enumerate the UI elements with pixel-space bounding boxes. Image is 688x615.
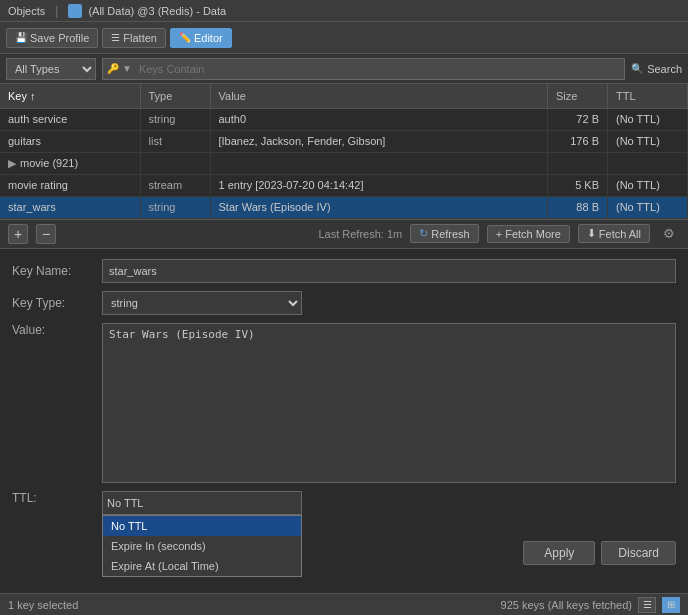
table-cell-value: [Ibanez, Jackson, Fender, Gibson] [210,130,548,152]
tab-objects-label[interactable]: Objects [8,5,45,17]
table-cell-ttl [608,152,688,174]
table-cell-ttl: (No TTL) [608,196,688,218]
table-row[interactable]: movie ratingstream1 entry [2023-07-20 04… [0,174,688,196]
value-label: Value: [12,323,102,337]
view-list-button[interactable]: ☰ [638,597,656,613]
refresh-button[interactable]: ↻ Refresh [410,224,479,243]
table-cell-key: guitars [0,130,140,152]
table-cell-size: 72 B [548,108,608,130]
table-cell-type: list [140,130,210,152]
data-table: Key ↑ Type Value Size TTL auth servicest… [0,84,688,219]
search-label[interactable]: Search [647,63,682,75]
filter-bar: All Types string list hash set zset stre… [0,54,688,84]
search-icon: 🔍 [631,63,643,74]
discard-button[interactable]: Discard [601,541,676,565]
refresh-icon: ↻ [419,227,428,240]
gear-icon: ⚙ [663,226,675,241]
table-cell-key: auth service [0,108,140,130]
col-header-key[interactable]: Key ↑ [0,84,140,108]
filter-key-icon: 🔑 [107,63,119,74]
type-filter-select[interactable]: All Types string list hash set zset stre… [6,58,96,80]
table-cell-ttl: (No TTL) [608,130,688,152]
grid-view-icon: ⊞ [667,599,675,610]
ttl-option-expire-at[interactable]: Expire At (Local Time) [103,556,301,576]
col-header-type[interactable]: Type [140,84,210,108]
keys-contain-input[interactable] [139,63,620,75]
ttl-row: TTL: No TTL Expire In (seconds) Expire A… [12,491,676,515]
table-cell-key: star_wars [0,196,140,218]
save-icon: 💾 [15,32,27,43]
search-wrap: 🔍 Search [631,63,682,75]
col-header-ttl[interactable]: TTL [608,84,688,108]
col-header-value[interactable]: Value [210,84,548,108]
table-cell-key: movie rating [0,174,140,196]
table-cell-type: stream [140,174,210,196]
expand-arrow-icon: ▶ [8,157,16,169]
table-cell-value: auth0 [210,108,548,130]
fetch-more-button[interactable]: + Fetch More [487,225,570,243]
ttl-dropdown-list: No TTL Expire In (seconds) Expire At (Lo… [102,515,302,577]
status-right-text: 925 keys (All keys fetched) [501,599,632,611]
status-right: 925 keys (All keys fetched) ☰ ⊞ [501,597,680,613]
title-bar: Objects | (All Data) @3 (Redis) - Data [0,0,688,22]
last-refresh-label: Last Refresh: 1m [318,228,402,240]
table-cell-type: string [140,108,210,130]
apply-button[interactable]: Apply [523,541,595,565]
table-cell-size: 176 B [548,130,608,152]
minus-icon: − [42,226,50,242]
flatten-button[interactable]: ☰ Flatten [102,28,166,48]
remove-key-button[interactable]: − [36,224,56,244]
keys-filter-wrap: 🔑 ▼ [102,58,625,80]
toolbar: 💾 Save Profile ☰ Flatten ✏️ Editor [0,22,688,54]
table-cell-size: 88 B [548,196,608,218]
fetch-more-icon: + [496,228,502,240]
fetch-all-button[interactable]: ⬇ Fetch All [578,224,650,243]
editor-button[interactable]: ✏️ Editor [170,28,232,48]
table-cell-size: 5 KB [548,174,608,196]
key-type-select[interactable]: string list hash set zset stream [102,291,302,315]
table-cell-type: string [140,196,210,218]
status-left-text: 1 key selected [8,599,78,611]
table-row[interactable]: guitarslist[Ibanez, Jackson, Fender, Gib… [0,130,688,152]
status-bar: 1 key selected 925 keys (All keys fetche… [0,593,688,615]
settings-button[interactable]: ⚙ [658,223,680,245]
key-name-label: Key Name: [12,264,102,278]
table-row[interactable]: star_warsstringStar Wars (Episode IV)88 … [0,196,688,218]
table-cell-key: ▶movie (921) [0,152,140,174]
flatten-icon: ☰ [111,32,120,43]
view-grid-button[interactable]: ⊞ [662,597,680,613]
table-cell-size [548,152,608,174]
detail-panel: Key Name: Key Type: string list hash set… [0,249,688,533]
table-cell-type [140,152,210,174]
key-name-row: Key Name: [12,259,676,283]
ttl-option-no-ttl[interactable]: No TTL [103,516,301,536]
editor-icon: ✏️ [179,32,191,43]
table-body: auth servicestringauth072 B(No TTL)guita… [0,108,688,218]
table-row[interactable]: auth servicestringauth072 B(No TTL) [0,108,688,130]
data-table-container[interactable]: Key ↑ Type Value Size TTL auth servicest… [0,84,688,219]
save-profile-button[interactable]: 💾 Save Profile [6,28,98,48]
table-cell-value [210,152,548,174]
key-name-input[interactable] [102,259,676,283]
filter-arrow-icon: ▼ [122,63,132,74]
ttl-wrap: No TTL Expire In (seconds) Expire At (Lo… [102,491,302,515]
key-type-label: Key Type: [12,296,102,310]
plus-icon: + [14,226,22,242]
bottom-toolbar: + − Last Refresh: 1m ↻ Refresh + Fetch M… [0,219,688,249]
ttl-label: TTL: [12,491,102,505]
list-view-icon: ☰ [643,599,652,610]
fetch-all-icon: ⬇ [587,227,596,240]
table-cell-ttl: (No TTL) [608,108,688,130]
value-row: Value: Star Wars (Episode IV) [12,323,676,483]
redis-icon [68,4,82,18]
table-row[interactable]: ▶movie (921) [0,152,688,174]
add-key-button[interactable]: + [8,224,28,244]
col-header-size[interactable]: Size [548,84,608,108]
ttl-select[interactable]: No TTL Expire In (seconds) Expire At (Lo… [102,491,302,515]
table-cell-ttl: (No TTL) [608,174,688,196]
table-cell-value: 1 entry [2023-07-20 04:14:42] [210,174,548,196]
table-cell-value: Star Wars (Episode IV) [210,196,548,218]
ttl-option-expire-in[interactable]: Expire In (seconds) [103,536,301,556]
table-header-row: Key ↑ Type Value Size TTL [0,84,688,108]
value-textarea[interactable]: Star Wars (Episode IV) [102,323,676,483]
